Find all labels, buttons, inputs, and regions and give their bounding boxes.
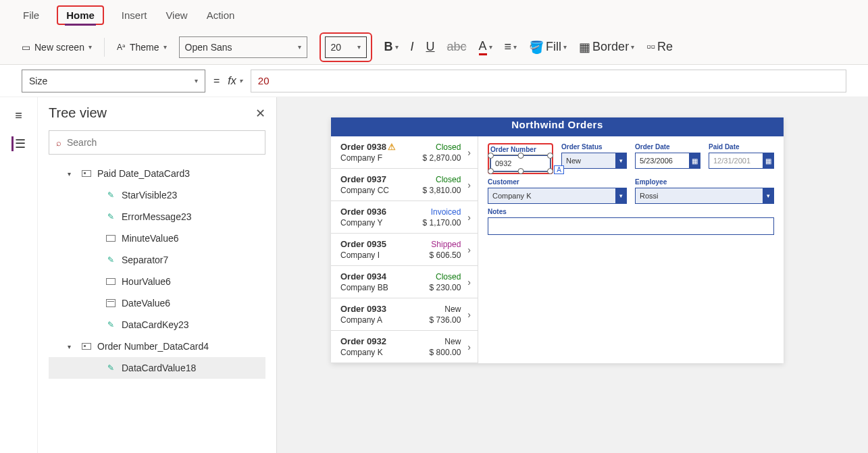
border-icon: ▦	[579, 40, 590, 55]
divider	[104, 38, 105, 57]
new-screen-button[interactable]: ▭ New screen ▾	[22, 42, 92, 53]
tree-node-label: ErrorMessage23	[122, 211, 192, 222]
tree-node-label: Order Number_DataCard4	[97, 341, 209, 352]
tree-node-label: StarVisible23	[122, 190, 177, 201]
chevron-right-icon[interactable]: ›	[467, 342, 471, 352]
company-name: Company A	[340, 315, 423, 325]
tree-node[interactable]: ✎Separator7	[49, 249, 265, 271]
chevron-right-icon[interactable]: ›	[467, 212, 471, 223]
fx-button[interactable]: fx▾	[228, 75, 242, 87]
app-preview: 🔒 Card : Order Number Northwind Orders O…	[331, 117, 784, 363]
employee-card[interactable]: Employee Rossi▾	[635, 178, 774, 204]
tree-node[interactable]: ▾Paid Date_DataCard3	[49, 163, 265, 184]
theme-button[interactable]: Aᵃ Theme ▾	[117, 42, 167, 53]
strikethrough-button[interactable]: abc	[447, 40, 467, 54]
gallery-item[interactable]: Order 0937Company CCClosed$ 3,810.00›	[331, 169, 478, 201]
formula-input[interactable]: 20	[251, 70, 846, 92]
gallery-item[interactable]: Order 0938⚠Company FClosed$ 2,870.00›	[331, 136, 478, 169]
chevron-down-icon: ▾	[357, 43, 361, 51]
warning-icon: ⚠	[388, 142, 396, 152]
caret-icon[interactable]: ▾	[68, 170, 76, 178]
order-status: New	[430, 304, 461, 314]
tree-node-label: Paid Date_DataCard3	[97, 168, 190, 179]
tree-node[interactable]: DateValue6	[49, 292, 265, 314]
font-color-button[interactable]: A▾	[479, 39, 492, 55]
order-date-input[interactable]: 5/23/2006▦	[635, 153, 700, 169]
chevron-right-icon[interactable]: ›	[467, 147, 471, 158]
reorder-icon: ▫▫	[646, 40, 655, 54]
caret-icon[interactable]: ▾	[68, 343, 76, 350]
employee-dropdown[interactable]: Rossi▾	[635, 188, 774, 204]
chevron-right-icon[interactable]: ›	[467, 180, 471, 190]
order-number-card[interactable]: Order Number 0932 A	[488, 143, 553, 174]
paid-date-input[interactable]: 12/31/2001▦	[709, 153, 774, 169]
underline-button[interactable]: U	[426, 40, 435, 54]
gallery-item[interactable]: Order 0936Company YInvoiced$ 1,170.00›	[331, 201, 478, 234]
gallery-item[interactable]: Order 0932Company KNew$ 800.00›	[331, 331, 478, 363]
menu-view[interactable]: View	[164, 7, 188, 24]
search-input[interactable]	[67, 137, 258, 148]
customer-dropdown[interactable]: Company K▾	[488, 188, 627, 204]
gallery-item[interactable]: Order 0933Company ANew$ 736.00›	[331, 298, 478, 331]
chevron-down-icon: ▾	[163, 43, 167, 51]
card-icon	[81, 341, 92, 352]
order-amount: $ 3,810.00	[423, 186, 461, 195]
order-status: Invoiced	[423, 207, 461, 217]
equals-sign: =	[213, 75, 220, 87]
tree-node[interactable]: ▾Order Number_DataCard4	[49, 336, 265, 357]
reorder-button[interactable]: ▫▫Re	[646, 40, 673, 54]
bold-button[interactable]: B▾	[384, 40, 399, 54]
font-family-select[interactable]: Open Sans ▾	[179, 36, 307, 58]
notes-label: Notes	[488, 208, 774, 215]
italic-button[interactable]: I	[411, 40, 414, 54]
border-button[interactable]: ▦Border▾	[579, 40, 634, 55]
order-status-dropdown[interactable]: New▾	[561, 153, 627, 169]
tree-node[interactable]: ✎StarVisible23	[49, 184, 265, 206]
notes-card[interactable]: Notes	[488, 208, 774, 235]
order-date-card[interactable]: Order Date 5/23/2006▦	[635, 143, 700, 174]
tree-node[interactable]: ✎ErrorMessage23	[49, 206, 265, 228]
left-rail: ≡ ☰	[0, 97, 38, 453]
pencil-icon: ✎	[105, 255, 116, 265]
tree-node[interactable]: ✎DataCardKey23	[49, 314, 265, 336]
canvas: 🔒 Card : Order Number Northwind Orders O…	[277, 97, 868, 453]
tree-view-icon[interactable]: ☰	[11, 136, 26, 151]
property-select[interactable]: Size ▾	[22, 70, 205, 92]
order-gallery[interactable]: Order 0938⚠Company FClosed$ 2,870.00›Ord…	[331, 136, 478, 363]
chevron-down-icon: ▾	[195, 77, 198, 84]
order-amount: $ 800.00	[430, 348, 461, 357]
theme-icon: Aᵃ	[117, 43, 126, 52]
screen-icon: ▭	[22, 42, 30, 53]
paid-date-card[interactable]: Paid Date 12/31/2001▦	[709, 143, 774, 174]
tree-view-title: Tree view	[49, 105, 107, 121]
order-amount: $ 230.00	[430, 283, 461, 292]
tree-node[interactable]: MinuteValue6	[49, 228, 265, 249]
chevron-right-icon[interactable]: ›	[467, 244, 471, 255]
menu-action[interactable]: Action	[205, 7, 236, 24]
a-badge: A	[554, 165, 564, 174]
tree-node[interactable]: HourValue6	[49, 271, 265, 292]
order-status-card[interactable]: Order Status New▾	[561, 143, 627, 174]
tree-node[interactable]: ✎DataCardValue18	[49, 357, 265, 379]
chevron-right-icon[interactable]: ›	[467, 277, 471, 288]
chevron-right-icon[interactable]: ›	[467, 309, 471, 320]
customer-card[interactable]: Customer Company K▾	[488, 178, 627, 204]
order-status: Closed	[423, 175, 461, 184]
fill-button[interactable]: 🪣Fill▾	[529, 40, 567, 55]
gallery-item[interactable]: Order 0934Company BBClosed$ 230.00›	[331, 266, 478, 298]
align-button[interactable]: ≡▾	[505, 40, 517, 54]
gallery-item[interactable]: Order 0935Company IShipped$ 606.50›	[331, 234, 478, 266]
hamburger-icon[interactable]: ≡	[11, 108, 26, 123]
tree-search[interactable]: ⌕	[49, 130, 265, 155]
order-number-value[interactable]: 0932	[490, 155, 551, 171]
menu-file[interactable]: File	[22, 7, 41, 24]
order-amount: $ 2,870.00	[423, 153, 461, 163]
menu-home[interactable]: Home	[65, 7, 96, 26]
calendar-icon: ▦	[689, 153, 700, 168]
menu-insert[interactable]: Insert	[120, 7, 149, 24]
font-size-select[interactable]: 20 ▾	[325, 36, 367, 58]
company-name: Company BB	[340, 283, 423, 292]
notes-input[interactable]	[488, 217, 774, 235]
order-id: Order 0937	[340, 174, 416, 184]
close-icon[interactable]: ✕	[255, 106, 265, 121]
